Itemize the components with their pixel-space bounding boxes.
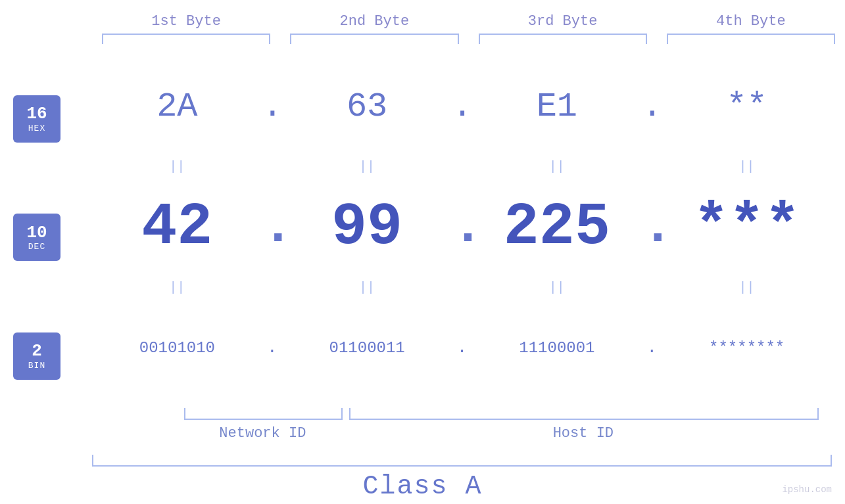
bin-row: 00101010 . 01100011 . 11100001 . *******… <box>92 294 832 408</box>
dec-badge: 10 DEC <box>13 214 60 261</box>
bin-val-4: ******** <box>709 339 785 357</box>
hex-val-2: 63 <box>347 87 387 126</box>
dec-label: DEC <box>28 242 45 252</box>
host-id-label: Host ID <box>348 425 819 442</box>
dec-val-4: *** <box>694 194 800 261</box>
class-label: Class A <box>362 472 482 501</box>
bottom-section: Network ID Host ID <box>92 408 832 442</box>
bin-badge: 2 BIN <box>13 332 60 380</box>
pipe-4a: || <box>662 160 832 173</box>
pipe-spacer-2 <box>452 160 472 173</box>
bin-dot-2: . <box>452 338 472 357</box>
big-bracket-row <box>0 455 845 467</box>
dec-dot-1: . <box>262 197 282 257</box>
dec-val-3: 225 <box>504 194 610 261</box>
pipe-1b: || <box>92 281 262 294</box>
dec-byte-2: 99 <box>282 194 452 261</box>
pipe-spacer-6 <box>642 281 662 294</box>
dec-dot-3: . <box>642 197 662 257</box>
hex-badge: 16 HEX <box>13 95 60 143</box>
pipe-spacer-5 <box>452 281 472 294</box>
dec-dot-2: . <box>452 197 472 257</box>
hex-val-1: 2A <box>157 87 197 126</box>
network-id-label: Network ID <box>184 425 341 442</box>
dec-row: 42 . 99 . 225 . *** <box>92 173 832 281</box>
class-row: Class A <box>0 467 845 504</box>
bin-byte-3: 11100001 <box>472 339 642 357</box>
network-bracket <box>184 408 343 420</box>
bin-byte-1: 00101010 <box>92 339 262 357</box>
pipe-row-2: || || || || <box>92 281 832 294</box>
pipe-1a: || <box>92 160 262 173</box>
pipe-spacer-3 <box>642 160 662 173</box>
dec-byte-4: *** <box>662 194 832 261</box>
byte-header-2: 2nd Byte <box>280 13 468 30</box>
dec-val-2: 99 <box>331 194 402 261</box>
bin-val-1: 00101010 <box>139 339 215 357</box>
hex-val-4: ** <box>726 87 767 126</box>
pipe-2a: || <box>282 160 452 173</box>
hex-label: HEX <box>28 124 45 133</box>
hex-byte-4: ** <box>662 87 832 126</box>
hex-dot-2: . <box>452 87 472 126</box>
bin-num: 2 <box>32 342 42 361</box>
byte-header-1: 1st Byte <box>92 13 280 30</box>
content-area: 16 HEX 10 DEC 2 BIN 2A . 63 <box>0 47 845 448</box>
id-labels: Network ID Host ID <box>184 425 819 442</box>
dec-byte-1: 42 <box>92 194 262 261</box>
dec-val-1: 42 <box>141 194 212 261</box>
pipe-4b: || <box>662 281 832 294</box>
pipe-spacer-4 <box>262 281 282 294</box>
bracket-3 <box>475 34 650 47</box>
bracket-1 <box>99 34 274 47</box>
bracket-2 <box>287 34 462 47</box>
base-labels: 16 HEX 10 DEC 2 BIN <box>0 47 92 448</box>
bracket-4 <box>664 34 838 47</box>
hex-row: 2A . 63 . E1 . ** <box>92 47 832 160</box>
bin-dot-1: . <box>262 338 282 357</box>
bin-val-3: 11100001 <box>519 339 594 357</box>
hex-byte-3: E1 <box>472 87 642 126</box>
hex-num: 16 <box>26 104 47 124</box>
bottom-brackets <box>184 408 819 420</box>
hex-dot-3: . <box>642 87 662 126</box>
hex-val-3: E1 <box>537 87 577 126</box>
byte-header-3: 3rd Byte <box>469 13 657 30</box>
bin-val-2: 01100011 <box>329 339 405 357</box>
hex-byte-1: 2A <box>92 87 262 126</box>
pipe-spacer-1 <box>262 160 282 173</box>
pipe-2b: || <box>282 281 452 294</box>
pipe-3a: || <box>472 160 642 173</box>
hex-dot-1: . <box>262 87 282 126</box>
host-bracket <box>349 408 819 420</box>
bin-dot-3: . <box>642 338 662 357</box>
pipe-3b: || <box>472 281 642 294</box>
dec-byte-3: 225 <box>472 194 642 261</box>
hex-byte-2: 63 <box>282 87 452 126</box>
bin-byte-4: ******** <box>662 339 832 357</box>
bin-byte-2: 01100011 <box>282 339 452 357</box>
watermark: ipshu.com <box>782 484 832 495</box>
bin-label: BIN <box>28 361 45 371</box>
top-brackets <box>0 34 845 47</box>
pipe-row-1: || || || || <box>92 160 832 173</box>
main-container: 1st Byte 2nd Byte 3rd Byte 4th Byte 16 H… <box>0 0 845 504</box>
big-bracket <box>92 455 832 467</box>
byte-header-4: 4th Byte <box>657 13 845 30</box>
byte-headers: 1st Byte 2nd Byte 3rd Byte 4th Byte <box>0 13 845 30</box>
ip-grid: 2A . 63 . E1 . ** || || <box>92 47 845 448</box>
dec-num: 10 <box>26 223 47 242</box>
